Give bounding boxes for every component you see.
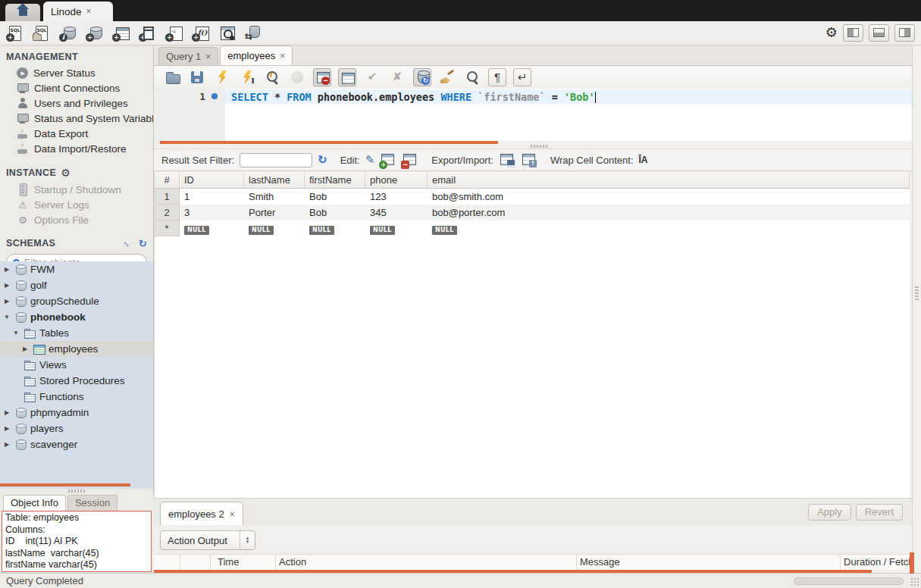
tree-item-scavenger[interactable]: ▶scavenger bbox=[0, 436, 153, 452]
close-icon[interactable]: × bbox=[86, 6, 92, 17]
clean-icon[interactable] bbox=[438, 68, 456, 86]
search-data-icon[interactable] bbox=[217, 23, 237, 43]
table-cell[interactable]: 3 bbox=[180, 207, 244, 218]
table-cell[interactable]: 345 bbox=[365, 207, 428, 218]
tab-session[interactable]: Session bbox=[67, 495, 117, 511]
toggle-stop-on-error-icon[interactable]: − bbox=[313, 68, 331, 86]
table-row[interactable]: 23PorterBob345bob@porter.com bbox=[155, 205, 910, 220]
import-records-icon[interactable]: ↑ bbox=[521, 152, 537, 168]
close-icon[interactable]: × bbox=[280, 51, 285, 61]
toggle-autocommit-icon[interactable]: ↻ bbox=[413, 68, 431, 86]
tree-arrow-icon[interactable]: ▶ bbox=[3, 441, 11, 448]
editor-tab-employees[interactable]: employees× bbox=[220, 45, 293, 65]
schema-inspector-icon[interactable]: i bbox=[58, 23, 77, 43]
tree-item-phpmyadmin[interactable]: ▶phpmyadmin bbox=[0, 405, 153, 421]
table-cell[interactable]: NULL bbox=[180, 223, 244, 235]
tab-object-info[interactable]: Object Info bbox=[3, 495, 66, 511]
table-cell[interactable]: Bob bbox=[305, 191, 365, 202]
create-table-icon[interactable]: + bbox=[111, 23, 130, 43]
sql-editor[interactable]: 1 SELECT * FROM phonebook.employees WHER… bbox=[154, 89, 912, 141]
execute-current-icon[interactable]: I bbox=[238, 68, 256, 86]
limit-rows-icon[interactable] bbox=[338, 68, 356, 86]
create-procedure-icon[interactable]: + bbox=[164, 23, 183, 43]
table-cell[interactable]: NULL bbox=[365, 223, 428, 235]
tree-item-fwm[interactable]: ▶FWM bbox=[0, 261, 153, 277]
table-cell[interactable]: NULL bbox=[305, 223, 365, 235]
tree-item-functions[interactable]: Functions bbox=[0, 389, 153, 405]
create-schema-icon[interactable]: + bbox=[84, 23, 104, 43]
right-panel-splitter[interactable] bbox=[912, 45, 921, 573]
edit-pencil-icon[interactable]: ✎ bbox=[365, 153, 375, 167]
tree-arrow-icon[interactable]: ▶ bbox=[3, 409, 11, 416]
create-function-icon[interactable]: + bbox=[190, 23, 210, 43]
tree-arrow-icon[interactable]: ▶ bbox=[3, 266, 11, 273]
revert-button[interactable]: Revert bbox=[856, 504, 903, 521]
column-header-num[interactable]: # bbox=[155, 172, 180, 188]
sidebar-item-client-connections[interactable]: Client Connections bbox=[0, 80, 153, 95]
execute-icon[interactable] bbox=[213, 68, 231, 86]
explain-icon[interactable] bbox=[263, 68, 281, 86]
connection-tab[interactable]: Linode × bbox=[43, 2, 113, 21]
tree-item-stored-procedures[interactable]: Stored Procedures bbox=[0, 373, 153, 389]
result-filter-input[interactable] bbox=[240, 153, 312, 167]
table-row[interactable]: 11SmithBob123bob@smith.com bbox=[155, 189, 910, 205]
tree-arrow-icon[interactable]: ▼ bbox=[3, 314, 11, 321]
new-sql-tab-icon[interactable]: + bbox=[5, 23, 24, 43]
column-header-lastName[interactable]: lastName bbox=[244, 172, 305, 188]
expand-icon[interactable]: ↔ bbox=[121, 236, 135, 251]
tree-arrow-icon[interactable]: ▶ bbox=[3, 298, 11, 305]
toggle-bottom-panel-button[interactable] bbox=[869, 24, 889, 42]
table-cell[interactable]: 123 bbox=[365, 191, 428, 202]
sidebar-item-data-import[interactable]: Data Import/Restore bbox=[0, 141, 153, 156]
reconnect-dbms-icon[interactable] bbox=[243, 23, 263, 43]
column-header-phone[interactable]: phone bbox=[365, 172, 428, 188]
invisibles-icon[interactable]: ¶ bbox=[488, 68, 506, 86]
editor-scrollbar[interactable] bbox=[160, 141, 498, 144]
toggle-left-panel-button[interactable] bbox=[843, 24, 863, 42]
sidebar-item-users-privileges[interactable]: Users and Privileges bbox=[0, 95, 153, 111]
sidebar-item-startup-shutdown[interactable]: Startup / Shutdown bbox=[0, 182, 153, 197]
open-sql-script-icon[interactable] bbox=[31, 23, 51, 43]
find-icon[interactable] bbox=[463, 68, 481, 86]
table-cell[interactable]: bob@porter.com bbox=[428, 207, 910, 218]
wrap-cell-content-icon[interactable]: ĪA bbox=[639, 155, 648, 165]
column-header-email[interactable]: email bbox=[428, 172, 910, 188]
export-recordset-icon[interactable] bbox=[499, 152, 515, 168]
tree-arrow-icon[interactable]: ▶ bbox=[3, 282, 11, 289]
table-cell[interactable]: 1 bbox=[180, 191, 244, 202]
tree-item-players[interactable]: ▶players bbox=[0, 421, 153, 436]
sidebar-splitter-grip[interactable] bbox=[68, 489, 85, 493]
save-script-icon[interactable] bbox=[188, 68, 206, 86]
sidebar-item-server-logs[interactable]: ⚠Server Logs bbox=[0, 197, 153, 212]
table-cell[interactable]: NULL bbox=[428, 223, 910, 235]
output-vscrollbar[interactable] bbox=[910, 552, 914, 574]
home-tab[interactable] bbox=[5, 4, 40, 21]
apply-button[interactable]: Apply bbox=[808, 504, 851, 521]
editor-tab-query-1[interactable]: Query 1× bbox=[158, 47, 218, 65]
output-selector[interactable]: Action Output ▲▼ bbox=[160, 530, 255, 550]
table-cell[interactable]: bob@smith.com bbox=[428, 191, 910, 202]
tree-arrow-icon[interactable]: ▼ bbox=[12, 330, 20, 336]
tree-item-employees[interactable]: ▶employees bbox=[0, 341, 153, 357]
refresh-icon[interactable]: ↻ bbox=[139, 238, 147, 249]
open-script-icon[interactable] bbox=[163, 68, 181, 86]
tree-arrow-icon[interactable]: ▶ bbox=[3, 425, 11, 432]
close-icon[interactable]: × bbox=[205, 52, 211, 62]
horizontal-scrollbar[interactable] bbox=[794, 577, 904, 585]
toggle-right-panel-button[interactable] bbox=[894, 24, 915, 42]
wrap-icon[interactable]: ↵ bbox=[513, 68, 531, 86]
column-header-ID[interactable]: ID bbox=[180, 172, 244, 188]
table-cell[interactable]: Porter bbox=[244, 207, 305, 218]
tree-item-views[interactable]: Views bbox=[0, 357, 153, 373]
stepper-icon[interactable]: ▲▼ bbox=[240, 531, 255, 549]
tree-item-golf[interactable]: ▶golf bbox=[0, 277, 153, 293]
sidebar-item-status-variables[interactable]: Status and System Variables bbox=[0, 111, 153, 126]
result-tab-employees2[interactable]: employees 2 × bbox=[160, 502, 243, 526]
sidebar-item-server-status[interactable]: Server Status bbox=[0, 65, 153, 80]
sidebar-scrollbar[interactable] bbox=[0, 483, 130, 486]
sidebar-item-data-export[interactable]: Data Export bbox=[0, 126, 153, 141]
close-icon[interactable]: × bbox=[230, 509, 235, 520]
create-view-icon[interactable]: + bbox=[137, 23, 157, 43]
table-cell[interactable]: Bob bbox=[305, 207, 365, 218]
tree-arrow-icon[interactable]: ▶ bbox=[21, 346, 29, 352]
